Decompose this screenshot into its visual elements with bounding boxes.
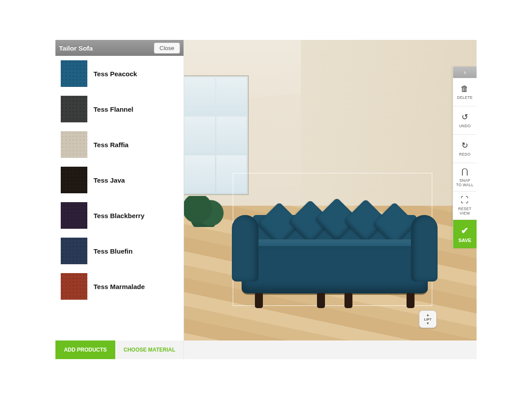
window-foliage — [184, 196, 228, 227]
checkmark-icon: ✔ — [461, 225, 469, 236]
chevron-right-icon: › — [464, 69, 466, 76]
lift-label: LIFT — [424, 317, 432, 321]
swatch-label: Tess Java — [94, 176, 125, 184]
app-frame: Tailor Sofa Close Tess PeacockTess Flann… — [55, 40, 477, 359]
swatch-label: Tess Peacock — [94, 70, 137, 78]
delete-label: DELETE — [457, 96, 473, 100]
swatch-row[interactable]: Tess Peacock — [55, 56, 184, 91]
save-button[interactable]: ✔ SAVE — [453, 220, 477, 248]
redo-icon: ↻ — [462, 141, 468, 150]
swatch-row[interactable]: Tess Marmalade — [55, 269, 184, 304]
swatch-thumbnail — [61, 167, 87, 193]
lift-down-arrow-icon: ▼ — [426, 322, 430, 325]
panel-footer: ADD PRODUCTS CHOOSE MATERIAL — [55, 340, 184, 359]
swatch-list: Tess PeacockTess FlannelTess RaffiaTess … — [55, 56, 184, 340]
panel-header: Tailor Sofa Close — [55, 40, 184, 56]
trash-icon: 🗑 — [461, 84, 469, 94]
undo-icon: ↺ — [462, 112, 468, 122]
scene-footer — [184, 340, 477, 359]
magnet-icon: ⋂ — [462, 167, 468, 176]
swatch-label: Tess Bluefin — [94, 247, 133, 255]
redo-label: REDO — [459, 153, 471, 157]
room-scene[interactable]: ▲ LIFT ▼ — [184, 40, 477, 359]
swatch-row[interactable]: Tess Raffia — [55, 127, 184, 162]
swatch-thumbnail — [61, 131, 87, 158]
panel-title: Tailor Sofa — [59, 44, 93, 52]
swatch-thumbnail — [61, 96, 87, 122]
swatch-label: Tess Flannel — [94, 106, 133, 113]
snap-to-wall-button[interactable]: ⋂ SNAPTO WALL — [453, 163, 477, 192]
lift-up-arrow-icon: ▲ — [426, 313, 430, 317]
swatch-row[interactable]: Tess Java — [55, 162, 184, 198]
lift-button[interactable]: ▲ LIFT ▼ — [419, 310, 437, 328]
material-panel: Tailor Sofa Close Tess PeacockTess Flann… — [55, 40, 184, 359]
room-window — [184, 75, 249, 195]
reset-view-icon: ⛶ — [461, 196, 469, 205]
choose-material-button[interactable]: CHOOSE MATERIAL — [115, 340, 184, 359]
swatch-row[interactable]: Tess Blackberry — [55, 198, 184, 233]
redo-button[interactable]: ↻ REDO — [453, 135, 477, 163]
reset-label: RESETVIEW — [458, 207, 472, 216]
undo-label: UNDO — [459, 124, 470, 129]
swatch-row[interactable]: Tess Bluefin — [55, 233, 184, 269]
swatch-thumbnail — [61, 273, 87, 300]
swatch-label: Tess Raffia — [94, 141, 129, 149]
snap-label: SNAPTO WALL — [456, 179, 473, 188]
swatch-thumbnail — [61, 238, 87, 264]
swatch-thumbnail — [61, 60, 87, 87]
swatch-label: Tess Marmalade — [94, 283, 145, 290]
toolbar-collapse-button[interactable]: › — [453, 66, 477, 78]
swatch-thumbnail — [61, 202, 87, 229]
right-toolbar: › 🗑 DELETE ↺ UNDO ↻ REDO ⋂ SNAPTO WALL ⛶… — [453, 66, 477, 248]
swatch-label: Tess Blackberry — [94, 212, 145, 219]
save-label: SAVE — [458, 238, 471, 243]
close-button[interactable]: Close — [154, 43, 180, 54]
undo-button[interactable]: ↺ UNDO — [453, 106, 477, 135]
reset-view-button[interactable]: ⛶ RESETVIEW — [453, 192, 477, 220]
sofa-object[interactable] — [228, 184, 441, 308]
add-products-button[interactable]: ADD PRODUCTS — [55, 340, 115, 359]
delete-button[interactable]: 🗑 DELETE — [453, 78, 477, 106]
swatch-row[interactable]: Tess Flannel — [55, 91, 184, 127]
